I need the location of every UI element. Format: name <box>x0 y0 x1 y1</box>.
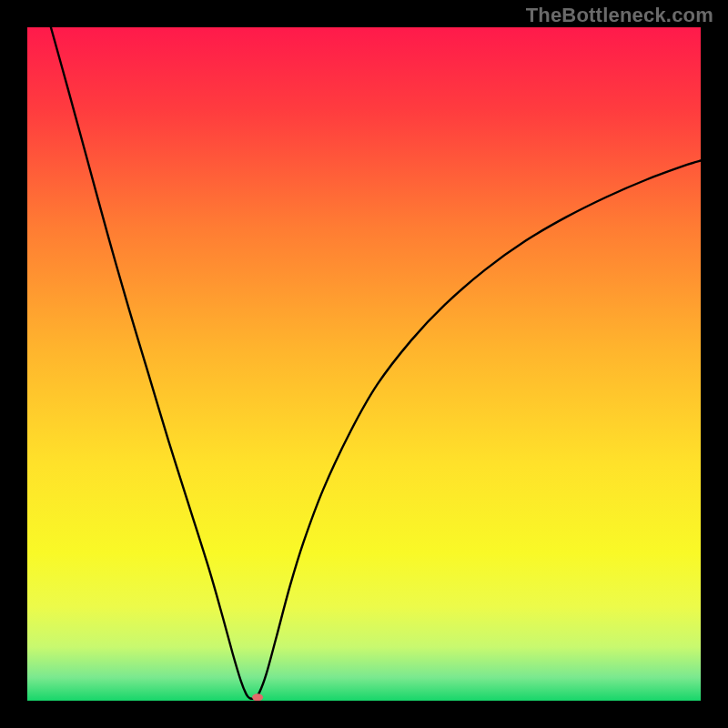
minimum-marker <box>252 693 263 701</box>
chart-frame: TheBottleneck.com <box>0 0 728 728</box>
bottleneck-chart <box>27 27 701 701</box>
plot-background <box>27 27 701 701</box>
watermark-text: TheBottleneck.com <box>526 4 713 27</box>
